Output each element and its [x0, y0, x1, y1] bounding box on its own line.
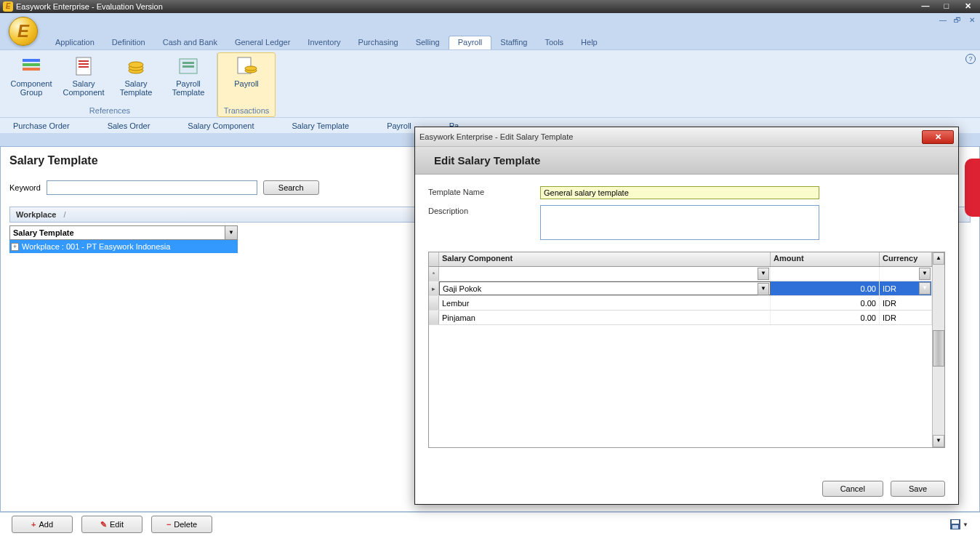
tree-select-bar[interactable]: Salary Template	[9, 225, 238, 240]
keyword-input[interactable]	[47, 180, 257, 195]
scroll-up-icon[interactable]: ▲	[933, 252, 944, 265]
tree-select-label: Salary Template	[13, 228, 74, 237]
delete-button-label: Delete	[174, 520, 197, 529]
floppy-icon[interactable]	[949, 519, 961, 530]
payroll-template-icon	[177, 55, 200, 78]
close-button[interactable]: ✕	[958, 1, 977, 12]
menu-tab-cash-and-bank[interactable]: Cash and Bank	[154, 36, 226, 49]
payroll-icon	[235, 55, 258, 78]
ribbon-button-label: Payroll	[234, 79, 259, 88]
workspace-tab-salary-template[interactable]: Salary Template	[290, 119, 350, 132]
search-button[interactable]: Search	[263, 180, 319, 195]
currency-cell[interactable]: IDR	[880, 311, 932, 324]
ribbon-button-label: PayrollTemplate	[172, 79, 205, 97]
dialog-heading: Edit Salary Template	[415, 147, 958, 175]
menu-tab-staffing[interactable]: Staffing	[491, 36, 536, 49]
svg-rect-5	[79, 63, 89, 65]
svg-point-9	[129, 62, 143, 68]
ribbon-payroll[interactable]: Payroll	[221, 53, 272, 89]
ribbon-component-group[interactable]: ComponentGroup	[6, 53, 57, 98]
amount-cell[interactable]: 0.00	[771, 296, 880, 310]
component-cell[interactable]: Lembur	[439, 296, 771, 310]
delete-button[interactable]: − Delete	[151, 516, 212, 533]
menu-tab-purchasing[interactable]: Purchasing	[350, 36, 407, 49]
window-title: Easywork Enterprise - Evaluation Version	[16, 2, 916, 11]
window-titlebar: E Easywork Enterprise - Evaluation Versi…	[0, 0, 980, 13]
dialog-close-button[interactable]: ✕	[922, 130, 954, 144]
add-button-label: Add	[39, 520, 53, 529]
breadcrumb-item[interactable]: Workplace	[16, 210, 56, 219]
ribbon-salary-template[interactable]: SalaryTemplate	[111, 53, 161, 98]
grid-row[interactable]: Lembur0.00IDR	[429, 296, 932, 311]
chevron-down-icon[interactable]: ▼	[225, 225, 238, 240]
app-icon: E	[3, 1, 13, 12]
chevron-down-icon[interactable]: ▼	[963, 521, 968, 528]
new-row-component-cell[interactable]: ▼	[439, 267, 771, 281]
chevron-down-icon[interactable]: ▼	[758, 283, 769, 295]
svg-rect-2	[23, 59, 40, 62]
workspace-tab-salary-component[interactable]: Salary Component	[186, 119, 255, 132]
ribbon-group-label: Transactions	[224, 105, 270, 116]
workspace-tab-purchase-order[interactable]: Purchase Order	[12, 119, 71, 132]
save-button[interactable]: Save	[891, 481, 945, 497]
menu-tab-inventory[interactable]: Inventory	[299, 36, 349, 49]
col-currency[interactable]: Currency	[880, 252, 932, 266]
tree-expand-icon[interactable]: +	[11, 243, 19, 251]
grid-row-header	[429, 311, 439, 324]
add-button[interactable]: + Add	[12, 516, 73, 533]
menu-tab-tools[interactable]: Tools	[536, 36, 572, 49]
salary-component-grid: Salary Component Amount Currency * ▼ ▼ ▸…	[428, 252, 945, 448]
currency-cell[interactable]: IDR	[880, 296, 932, 310]
menu-tab-payroll[interactable]: Payroll	[449, 36, 492, 49]
new-row-amount-cell[interactable]	[771, 267, 880, 281]
svg-rect-4	[79, 60, 89, 62]
menu-tab-general-ledger[interactable]: General Ledger	[226, 36, 299, 49]
scroll-down-icon[interactable]: ▼	[933, 435, 944, 447]
component-group-icon	[20, 55, 43, 78]
currency-cell[interactable]: IDR▼	[880, 281, 932, 295]
grid-row-header: *	[429, 267, 439, 281]
menu-tab-selling[interactable]: Selling	[407, 36, 449, 49]
workspace-tab-payroll[interactable]: Payroll	[385, 119, 413, 132]
col-amount[interactable]: Amount	[771, 252, 880, 266]
grid-row[interactable]: Pinjaman0.00IDR	[429, 311, 932, 325]
template-name-input[interactable]	[540, 186, 819, 199]
svg-rect-11	[182, 62, 194, 64]
col-salary-component[interactable]: Salary Component	[439, 252, 771, 266]
mdi-minimize-button[interactable]: —	[938, 16, 948, 26]
maximize-button[interactable]: □	[937, 1, 956, 12]
chevron-down-icon[interactable]: ▼	[758, 268, 769, 280]
grid-scrollbar[interactable]: ▲ ▼	[932, 252, 944, 447]
chevron-down-icon[interactable]: ▼	[919, 268, 931, 280]
new-row-currency-cell[interactable]: ▼	[880, 267, 932, 281]
ribbon-payroll-template[interactable]: PayrollTemplate	[163, 53, 214, 98]
mdi-close-button[interactable]: ✕	[967, 16, 977, 26]
component-cell[interactable]: Pinjaman	[439, 311, 771, 324]
plus-icon: +	[31, 520, 36, 529]
amount-cell[interactable]: 0.00	[771, 281, 880, 295]
chevron-down-icon[interactable]: ▼	[919, 282, 931, 295]
template-name-label: Template Name	[428, 186, 540, 196]
ribbon-salary-component[interactable]: SalaryComponent	[58, 53, 109, 98]
menu-tab-application[interactable]: Application	[47, 36, 103, 49]
menu-tab-definition[interactable]: Definition	[103, 36, 154, 49]
svg-rect-17	[952, 520, 959, 524]
edit-button[interactable]: ✎ Edit	[81, 516, 142, 533]
minimize-button[interactable]: —	[916, 1, 935, 12]
grid-new-row[interactable]: * ▼ ▼	[429, 267, 932, 281]
workspace-tab-sales-order[interactable]: Sales Order	[106, 119, 152, 132]
grid-row-header: ▸	[429, 281, 439, 295]
side-feedback-tab[interactable]	[965, 159, 980, 217]
app-menu-orb[interactable]: E	[9, 17, 38, 46]
tree-row-selected[interactable]: + Workplace : 001 - PT Easywork Indonesi…	[9, 240, 238, 253]
description-input[interactable]	[540, 205, 819, 240]
component-cell[interactable]: Gaji Pokok▼	[439, 281, 771, 295]
ribbon-help-icon[interactable]: ?	[965, 54, 976, 64]
menu-tab-help[interactable]: Help	[572, 36, 606, 49]
cancel-button[interactable]: Cancel	[822, 481, 883, 497]
svg-rect-6	[79, 66, 89, 68]
scroll-thumb[interactable]	[933, 330, 944, 367]
amount-cell[interactable]: 0.00	[771, 311, 880, 324]
grid-row[interactable]: ▸Gaji Pokok▼0.00IDR▼	[429, 281, 932, 296]
mdi-restore-button[interactable]: 🗗	[952, 16, 963, 26]
